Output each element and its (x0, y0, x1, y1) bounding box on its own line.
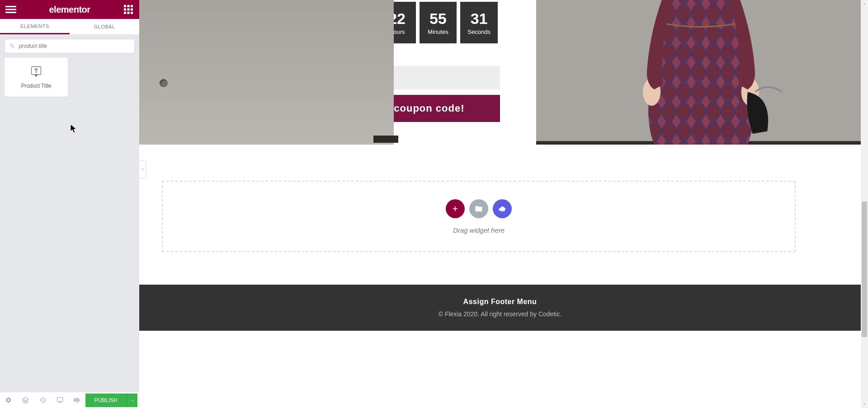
svg-rect-9 (124, 12, 126, 14)
panel-header: elementor (0, 0, 139, 19)
svg-rect-2 (5, 12, 16, 13)
dropzone-actions (446, 199, 512, 218)
model-photo (536, 0, 861, 145)
scrollbar[interactable] (861, 0, 868, 408)
menu-icon[interactable] (5, 4, 16, 15)
add-template-button[interactable] (469, 199, 488, 218)
search-input[interactable] (19, 43, 130, 49)
svg-point-18 (501, 211, 502, 211)
history-icon[interactable] (34, 392, 51, 408)
widget-label: Product Title (21, 83, 52, 89)
plus-icon (451, 205, 459, 213)
panel-footer: PUBLISH (0, 392, 139, 408)
add-section-button[interactable] (446, 199, 465, 218)
publish-button[interactable]: PUBLISH (85, 394, 127, 407)
scrollbar-thumb[interactable] (862, 202, 867, 337)
svg-rect-11 (131, 12, 133, 14)
svg-point-19 (502, 211, 503, 211)
navigator-icon[interactable] (17, 392, 34, 408)
product-title-icon (30, 66, 42, 78)
countdown-value: 31 (471, 10, 488, 28)
svg-rect-1 (5, 9, 16, 10)
svg-rect-5 (131, 5, 133, 7)
svg-point-20 (504, 211, 505, 211)
elementor-panel: elementor ELEMENTS GLOBAL Product (0, 0, 139, 408)
svg-rect-0 (5, 6, 16, 7)
folder-icon (475, 205, 483, 213)
add-ai-button[interactable] (493, 199, 512, 218)
panel-collapse-handle[interactable] (139, 160, 146, 178)
hero-section: 34 Days 22 Hours 55 Minutes 31 (139, 0, 861, 145)
svg-rect-6 (124, 9, 126, 11)
countdown-value: 55 (429, 10, 447, 28)
widget-product-title[interactable]: Product Title (5, 58, 68, 97)
add-section-dropzone[interactable]: Drag widget here (162, 181, 796, 252)
settings-icon[interactable] (0, 392, 17, 408)
countdown-label: Minutes (428, 28, 448, 35)
svg-rect-8 (131, 9, 133, 11)
publish-options-button[interactable] (127, 394, 137, 407)
scroll-up-icon[interactable] (861, 0, 868, 7)
responsive-icon[interactable] (51, 392, 68, 408)
panel-tabs: ELEMENTS GLOBAL (0, 19, 139, 34)
search-icon (9, 43, 15, 49)
elementor-logo: elementor (49, 5, 90, 15)
svg-rect-7 (127, 9, 130, 11)
svg-rect-4 (127, 5, 130, 7)
widget-search[interactable] (5, 39, 135, 53)
widgets-grid-icon[interactable] (123, 4, 134, 15)
svg-rect-10 (127, 12, 130, 14)
scroll-down-icon[interactable] (861, 401, 868, 408)
svg-rect-3 (124, 5, 126, 7)
editor-canvas: 34 Days 22 Hours 55 Minutes 31 (139, 0, 868, 408)
countdown-label: Seconds (467, 28, 491, 35)
footer-copyright: © Flexia 2020. All right reserved by Cod… (439, 310, 562, 318)
footer-menu-link[interactable]: Assign Footer Menu (463, 298, 537, 306)
countdown-seconds: 31 Seconds (460, 2, 498, 43)
hero-image-column (536, 0, 861, 145)
page-footer: Assign Footer Menu © Flexia 2020. All ri… (139, 285, 861, 331)
countdown-minutes: 55 Minutes (420, 2, 457, 43)
tab-elements[interactable]: ELEMENTS (0, 19, 70, 34)
tab-global[interactable]: GLOBAL (70, 19, 139, 34)
hero-bg-left (139, 0, 394, 145)
preview-icon[interactable] (68, 392, 85, 408)
cloud-icon (498, 205, 506, 213)
dropzone-hint: Drag widget here (453, 226, 505, 234)
